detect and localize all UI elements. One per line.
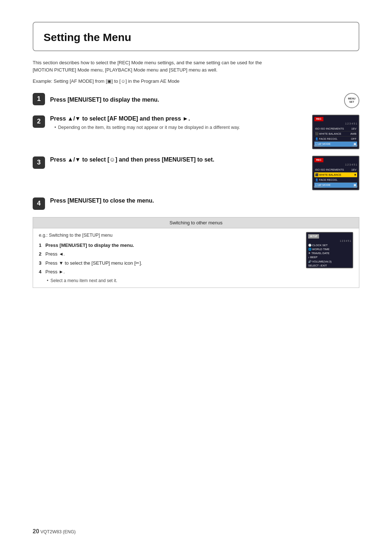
screen3-row-beep: ♪ BEEP [308, 255, 351, 259]
sub-step-1-num: 1 [39, 243, 41, 248]
screen2-row-iso: ISO ISO INCREMENTS1EV [314, 167, 357, 172]
screen2-row-wb: ⬛ WHITE BALANCE★ [314, 172, 357, 178]
step-2-title: Press ▲/▼ to select [AF MODE] and then p… [50, 115, 190, 122]
screen3-row-world: 🌐 WORLD TIME [308, 247, 351, 251]
page-code: VQT2W83 (ENG) [40, 529, 75, 534]
step-2-content: Press ▲/▼ to select [AF MODE] and then p… [50, 115, 359, 149]
step-1-row: Press [MENU/SET] to display the menu. ME… [50, 92, 359, 108]
sub-step-2-text: Press ◄. [45, 251, 65, 257]
sub-step-3: 3 Press ▼ to select the [SETUP] menu ico… [39, 260, 299, 267]
step-3-content: Press ▲/▼ to select [☺] and then press [… [50, 156, 359, 190]
switching-menus-body: e.g.: Switching to the [SETUP] menu 1 Pr… [33, 228, 359, 288]
screen2-row-face: 👤 FACE RECOG. [314, 178, 357, 183]
screen2-bottom-bar: SELECT ↕SET [314, 185, 358, 189]
menu-set-icon-label: MENUSET [348, 97, 356, 103]
step-1-content: Press [MENU/SET] to display the menu. ME… [50, 92, 359, 108]
step-2-text-area: Press ▲/▼ to select [AF MODE] and then p… [50, 115, 312, 131]
title-box: Setting the Menu [33, 22, 359, 51]
step-4-number: 4 [33, 197, 45, 210]
step-3-row: Press ▲/▼ to select [☺] and then press [… [50, 156, 359, 190]
step-3-text-area: Press ▲/▼ to select [☺] and then press [… [50, 156, 312, 164]
switching-menus-title: Switching to other menus [33, 217, 359, 229]
sub-step-2-num: 2 [39, 251, 41, 257]
step-2: 2 Press ▲/▼ to select [AF MODE] and then… [33, 115, 359, 149]
page-number: 20 [33, 528, 39, 534]
camera-screen-setup: SETUP 1 2 3 4 5 1 🕐 CLOCK SET 🌐 WORLD TI… [306, 232, 353, 268]
screen2-counter: 1 2 3 4 5 1 [314, 163, 357, 167]
screen3-bottom-bar: SELECT ↕EXIT [308, 264, 351, 268]
screen3-counter: 1 2 3 4 5 1 [308, 239, 351, 243]
screen1-row-face: 👤 FACE RECOG.OFF [314, 137, 357, 142]
step-1: 1 Press [MENU/SET] to display the menu. … [33, 92, 359, 108]
sub-step-4-num: 4 [39, 269, 41, 274]
step-3: 3 Press ▲/▼ to select [☺] and then press… [33, 156, 359, 190]
page-title: Setting the Menu [44, 29, 348, 45]
switching-menus-left: e.g.: Switching to the [SETUP] menu 1 Pr… [39, 232, 299, 284]
step-3-title: Press ▲/▼ to select [☺] and then press [… [50, 156, 215, 163]
example-text: Example: Setting [AF MODE] from [▣] to [… [33, 78, 359, 85]
switching-menus-eg: e.g.: Switching to the [SETUP] menu [39, 232, 299, 239]
page-footer: 20 VQT2W83 (ENG) [33, 527, 76, 536]
step-3-number: 3 [33, 156, 45, 169]
step-2-number: 2 [33, 115, 45, 128]
screen3-row-travel: ✈ TRAVEL DATE [308, 251, 351, 255]
screen1-row-iso: ISO ISO INCREMENTS1EV [314, 126, 357, 131]
step-1-text-area: Press [MENU/SET] to display the menu. [50, 96, 337, 104]
intro-text: This section describes how to select the… [33, 59, 279, 73]
step-1-title: Press [MENU/SET] to display the menu. [50, 97, 159, 103]
step-4: 4 Press [MENU/SET] to close the menu. [33, 197, 359, 210]
switching-menus-box: Switching to other menus e.g.: Switching… [33, 217, 359, 288]
page: Setting the Menu This section describes … [0, 0, 392, 554]
screen1-counter: 1 2 3 4 5 1 [314, 122, 357, 126]
step-4-title: Press [MENU/SET] to close the menu. [50, 197, 154, 204]
camera-screen-1: REC 1 2 3 4 5 1 ISO ISO INCREMENTS1EV ⬛ … [312, 115, 359, 149]
sub-step-4-notes: Select a menu item next and set it. [39, 277, 299, 284]
step-4-content: Press [MENU/SET] to close the menu. [50, 197, 359, 205]
setup-tab: SETUP [308, 234, 319, 239]
screen3-row-clock: 🕐 CLOCK SET [308, 243, 351, 247]
step-2-notes: Depending on the item, its setting may n… [50, 124, 312, 131]
step-1-number: 1 [33, 93, 45, 105]
sub-step-3-text: Press ▼ to select the [SETUP] menu icon … [45, 260, 142, 266]
sub-step-4-note-item: Select a menu item next and set it. [47, 277, 299, 284]
step-2-note-item: Depending on the item, its setting may n… [54, 124, 312, 131]
step-2-row: Press ▲/▼ to select [AF MODE] and then p… [50, 115, 359, 149]
camera-screen-2: REC 1 2 3 4 5 1 ISO ISO INCREMENTS1EV ⬛ … [312, 156, 359, 190]
rec-tab-1: REC [314, 117, 323, 122]
sub-step-2: 2 Press ◄. [39, 250, 299, 258]
rec-tab-2: REC [314, 158, 323, 163]
screen1-row-wb: ⬛ WHITE BALANCEAWB [314, 131, 357, 137]
sub-step-4: 4 Press ►. [39, 268, 299, 276]
sub-step-3-num: 3 [39, 260, 41, 266]
sub-step-1: 1 Press [MENU/SET] to display the menu. [39, 242, 299, 249]
menu-set-button-icon: MENUSET [344, 93, 359, 108]
sub-step-4-text: Press ►. [45, 269, 65, 274]
screen1-bottom-bar: SELECT ↕EXIT [314, 144, 358, 148]
sub-step-1-text: Press [MENU/SET] to display the menu. [45, 243, 134, 248]
screen3-row-volume: 🔊 VOLUME(Vol.3) [308, 260, 351, 264]
